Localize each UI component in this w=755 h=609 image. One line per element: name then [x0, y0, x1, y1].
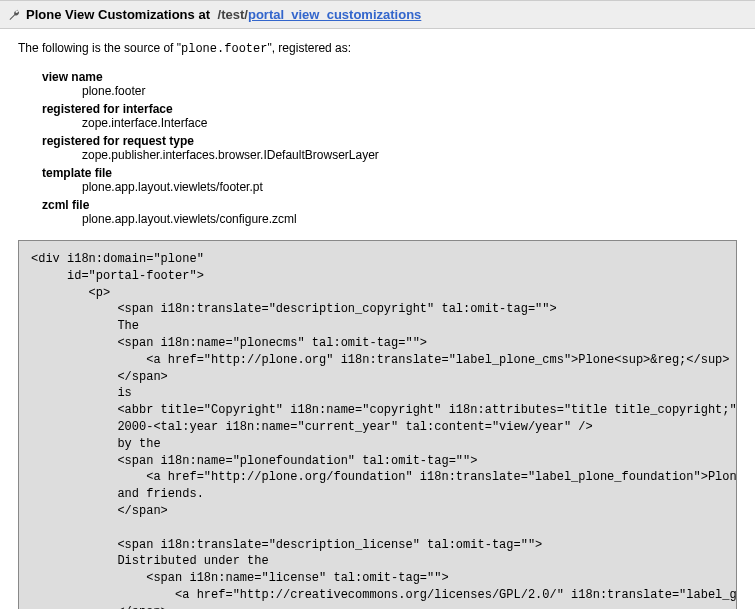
path-prefix: /test/ — [218, 7, 248, 22]
zcml-file-label: zcml file — [42, 198, 737, 212]
zcml-file-value: plone.app.layout.viewlets/configure.zcml — [82, 212, 737, 226]
template-file-value: plone.app.layout.viewlets/footer.pt — [82, 180, 737, 194]
interface-value: zope.interface.Interface — [82, 116, 737, 130]
wrench-icon — [8, 9, 20, 21]
request-type-value: zope.publisher.interfaces.browser.IDefau… — [82, 148, 737, 162]
header-bar: Plone View Customizations at /test/porta… — [0, 0, 755, 29]
page-title: Plone View Customizations at — [26, 7, 210, 22]
view-name-label: view name — [42, 70, 737, 84]
source-code-box: <div i18n:domain="plone" id="portal-foot… — [18, 240, 737, 609]
content-area: The following is the source of "plone.fo… — [0, 29, 755, 609]
view-name-value: plone.footer — [82, 84, 737, 98]
template-file-label: template file — [42, 166, 737, 180]
intro-after: ", registered as: — [267, 41, 351, 55]
request-type-label: registered for request type — [42, 134, 737, 148]
interface-label: registered for interface — [42, 102, 737, 116]
template-name: plone.footer — [181, 42, 267, 56]
portal-view-customizations-link[interactable]: portal_view_customizations — [248, 7, 421, 22]
intro-text: The following is the source of "plone.fo… — [18, 41, 737, 56]
intro-before: The following is the source of " — [18, 41, 181, 55]
registration-details: view name plone.footer registered for in… — [42, 70, 737, 226]
breadcrumb-path: /test/portal_view_customizations — [214, 7, 421, 22]
